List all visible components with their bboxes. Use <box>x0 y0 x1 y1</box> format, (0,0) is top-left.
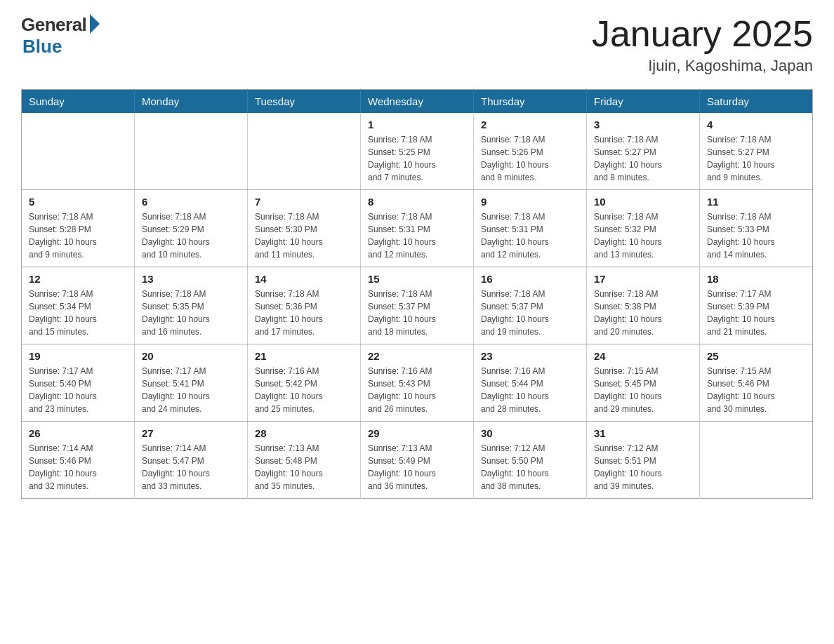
calendar-cell: 12Sunrise: 7:18 AM Sunset: 5:34 PM Dayli… <box>22 267 135 344</box>
day-info: Sunrise: 7:18 AM Sunset: 5:36 PM Dayligh… <box>255 288 353 338</box>
calendar-body: 1Sunrise: 7:18 AM Sunset: 5:25 PM Daylig… <box>22 113 813 499</box>
day-number: 11 <box>707 196 805 208</box>
day-info: Sunrise: 7:18 AM Sunset: 5:28 PM Dayligh… <box>29 210 127 261</box>
day-number: 15 <box>368 273 466 285</box>
calendar-cell: 21Sunrise: 7:16 AM Sunset: 5:42 PM Dayli… <box>248 344 361 422</box>
day-number: 21 <box>255 350 353 362</box>
calendar-cell: 1Sunrise: 7:18 AM Sunset: 5:25 PM Daylig… <box>361 113 474 190</box>
calendar-cell <box>248 113 361 190</box>
calendar-cell: 4Sunrise: 7:18 AM Sunset: 5:27 PM Daylig… <box>700 113 813 190</box>
day-number: 14 <box>255 273 353 285</box>
day-info: Sunrise: 7:13 AM Sunset: 5:48 PM Dayligh… <box>255 442 353 492</box>
logo-general-text: General <box>21 14 86 36</box>
calendar-cell: 6Sunrise: 7:18 AM Sunset: 5:29 PM Daylig… <box>135 190 248 267</box>
day-info: Sunrise: 7:18 AM Sunset: 5:35 PM Dayligh… <box>142 288 240 338</box>
calendar-week-row: 12Sunrise: 7:18 AM Sunset: 5:34 PM Dayli… <box>22 267 813 344</box>
day-info: Sunrise: 7:18 AM Sunset: 5:29 PM Dayligh… <box>142 210 240 261</box>
day-number: 24 <box>594 350 692 362</box>
calendar-week-row: 5Sunrise: 7:18 AM Sunset: 5:28 PM Daylig… <box>22 190 813 267</box>
calendar-cell: 16Sunrise: 7:18 AM Sunset: 5:37 PM Dayli… <box>474 267 587 344</box>
calendar-cell <box>22 113 135 190</box>
calendar-cell: 17Sunrise: 7:18 AM Sunset: 5:38 PM Dayli… <box>587 267 700 344</box>
day-number: 10 <box>594 196 692 208</box>
calendar-week-row: 1Sunrise: 7:18 AM Sunset: 5:25 PM Daylig… <box>22 113 813 190</box>
day-number: 9 <box>481 196 579 208</box>
calendar-cell: 24Sunrise: 7:15 AM Sunset: 5:45 PM Dayli… <box>587 344 700 422</box>
day-number: 1 <box>368 119 466 130</box>
day-info: Sunrise: 7:15 AM Sunset: 5:46 PM Dayligh… <box>707 365 805 415</box>
calendar-cell <box>135 113 248 190</box>
day-info: Sunrise: 7:18 AM Sunset: 5:37 PM Dayligh… <box>481 288 579 338</box>
day-number: 30 <box>481 427 579 439</box>
day-number: 28 <box>255 427 353 439</box>
logo-blue-text: Blue <box>22 36 62 58</box>
day-info: Sunrise: 7:18 AM Sunset: 5:30 PM Dayligh… <box>255 210 353 261</box>
logo-arrow-icon <box>90 14 100 34</box>
calendar-cell: 3Sunrise: 7:18 AM Sunset: 5:27 PM Daylig… <box>587 113 700 190</box>
day-info: Sunrise: 7:18 AM Sunset: 5:37 PM Dayligh… <box>368 288 466 338</box>
day-info: Sunrise: 7:18 AM Sunset: 5:27 PM Dayligh… <box>594 133 692 184</box>
calendar-week-row: 19Sunrise: 7:17 AM Sunset: 5:40 PM Dayli… <box>22 344 813 422</box>
day-info: Sunrise: 7:16 AM Sunset: 5:43 PM Dayligh… <box>368 365 466 415</box>
day-info: Sunrise: 7:18 AM Sunset: 5:25 PM Dayligh… <box>368 133 466 184</box>
calendar-cell: 13Sunrise: 7:18 AM Sunset: 5:35 PM Dayli… <box>135 267 248 344</box>
day-info: Sunrise: 7:15 AM Sunset: 5:45 PM Dayligh… <box>594 365 692 415</box>
day-number: 22 <box>368 350 466 362</box>
day-info: Sunrise: 7:18 AM Sunset: 5:26 PM Dayligh… <box>481 133 579 184</box>
calendar-cell: 25Sunrise: 7:15 AM Sunset: 5:46 PM Dayli… <box>700 344 813 422</box>
day-info: Sunrise: 7:18 AM Sunset: 5:27 PM Dayligh… <box>707 133 805 184</box>
logo: General Blue <box>21 14 100 58</box>
calendar-week-row: 26Sunrise: 7:14 AM Sunset: 5:46 PM Dayli… <box>22 422 813 499</box>
calendar-subtitle: Ijuin, Kagoshima, Japan <box>592 57 813 75</box>
day-number: 25 <box>707 350 805 362</box>
calendar-cell: 2Sunrise: 7:18 AM Sunset: 5:26 PM Daylig… <box>474 113 587 190</box>
weekday-header-wednesday: Wednesday <box>361 90 474 114</box>
day-number: 6 <box>142 196 240 208</box>
day-number: 4 <box>707 119 805 130</box>
calendar-title: January 2025 <box>592 14 813 54</box>
calendar-cell: 5Sunrise: 7:18 AM Sunset: 5:28 PM Daylig… <box>22 190 135 267</box>
day-number: 2 <box>481 119 579 130</box>
calendar-cell: 9Sunrise: 7:18 AM Sunset: 5:31 PM Daylig… <box>474 190 587 267</box>
weekday-header-thursday: Thursday <box>474 90 587 114</box>
calendar-cell: 22Sunrise: 7:16 AM Sunset: 5:43 PM Dayli… <box>361 344 474 422</box>
page-header: General Blue January 2025 Ijuin, Kagoshi… <box>21 14 813 75</box>
weekday-header-saturday: Saturday <box>700 90 813 114</box>
day-number: 23 <box>481 350 579 362</box>
day-number: 19 <box>29 350 127 362</box>
day-info: Sunrise: 7:18 AM Sunset: 5:34 PM Dayligh… <box>29 288 127 338</box>
calendar-cell: 20Sunrise: 7:17 AM Sunset: 5:41 PM Dayli… <box>135 344 248 422</box>
day-info: Sunrise: 7:12 AM Sunset: 5:51 PM Dayligh… <box>594 442 692 492</box>
day-info: Sunrise: 7:17 AM Sunset: 5:40 PM Dayligh… <box>29 365 127 415</box>
day-info: Sunrise: 7:18 AM Sunset: 5:33 PM Dayligh… <box>707 210 805 261</box>
calendar-cell: 26Sunrise: 7:14 AM Sunset: 5:46 PM Dayli… <box>22 422 135 499</box>
day-info: Sunrise: 7:16 AM Sunset: 5:42 PM Dayligh… <box>255 365 353 415</box>
day-info: Sunrise: 7:18 AM Sunset: 5:31 PM Dayligh… <box>368 210 466 261</box>
day-info: Sunrise: 7:18 AM Sunset: 5:32 PM Dayligh… <box>594 210 692 261</box>
day-number: 29 <box>368 427 466 439</box>
calendar-cell: 19Sunrise: 7:17 AM Sunset: 5:40 PM Dayli… <box>22 344 135 422</box>
title-section: January 2025 Ijuin, Kagoshima, Japan <box>592 14 813 75</box>
weekday-header-row: SundayMondayTuesdayWednesdayThursdayFrid… <box>22 90 813 114</box>
day-number: 18 <box>707 273 805 285</box>
day-number: 7 <box>255 196 353 208</box>
calendar-cell <box>700 422 813 499</box>
day-info: Sunrise: 7:14 AM Sunset: 5:47 PM Dayligh… <box>142 442 240 492</box>
weekday-header-monday: Monday <box>135 90 248 114</box>
day-info: Sunrise: 7:17 AM Sunset: 5:39 PM Dayligh… <box>707 288 805 338</box>
calendar-cell: 31Sunrise: 7:12 AM Sunset: 5:51 PM Dayli… <box>587 422 700 499</box>
calendar-cell: 28Sunrise: 7:13 AM Sunset: 5:48 PM Dayli… <box>248 422 361 499</box>
weekday-header-sunday: Sunday <box>22 90 135 114</box>
calendar-cell: 7Sunrise: 7:18 AM Sunset: 5:30 PM Daylig… <box>248 190 361 267</box>
day-number: 27 <box>142 427 240 439</box>
day-info: Sunrise: 7:16 AM Sunset: 5:44 PM Dayligh… <box>481 365 579 415</box>
day-info: Sunrise: 7:13 AM Sunset: 5:49 PM Dayligh… <box>368 442 466 492</box>
calendar-table: SundayMondayTuesdayWednesdayThursdayFrid… <box>21 89 813 499</box>
day-number: 12 <box>29 273 127 285</box>
calendar-cell: 11Sunrise: 7:18 AM Sunset: 5:33 PM Dayli… <box>700 190 813 267</box>
day-info: Sunrise: 7:12 AM Sunset: 5:50 PM Dayligh… <box>481 442 579 492</box>
day-number: 20 <box>142 350 240 362</box>
day-info: Sunrise: 7:18 AM Sunset: 5:38 PM Dayligh… <box>594 288 692 338</box>
day-number: 3 <box>594 119 692 130</box>
weekday-header-friday: Friday <box>587 90 700 114</box>
